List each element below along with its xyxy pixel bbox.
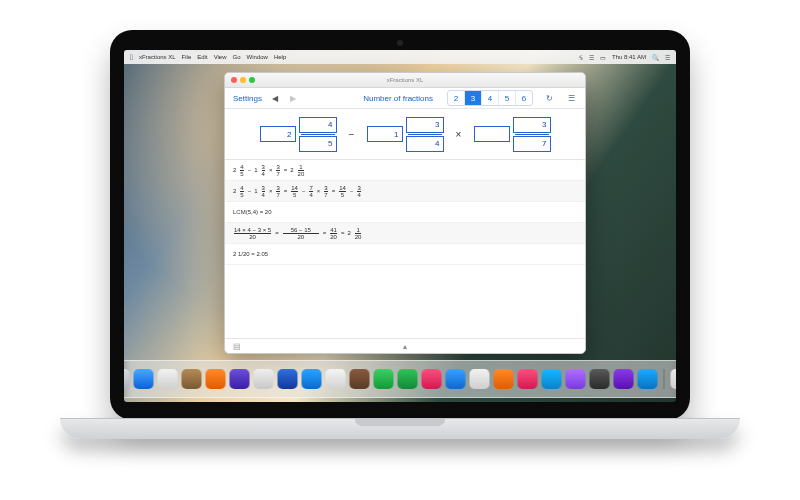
menubar-item[interactable]: File (182, 54, 192, 60)
menubar-item[interactable]: Go (233, 54, 241, 60)
dock-app-icon[interactable] (566, 369, 586, 389)
nav-forward-button[interactable]: ▶ (290, 94, 296, 103)
term2-numerator-input[interactable]: 3 (406, 117, 444, 133)
osx-menubar:  xFractions XL File Edit View Go Window… (124, 50, 676, 64)
step-row-decimal: 2 1/20 = 2.05 (225, 244, 585, 265)
window-footer: ▤ ▴ (225, 338, 585, 353)
dock-app-icon[interactable] (638, 369, 658, 389)
settings-button[interactable]: Settings (233, 94, 262, 103)
menubar-app-name[interactable]: xFractions XL (139, 54, 176, 60)
nof-option-5[interactable]: 5 (498, 91, 515, 105)
operator-2[interactable]: × (454, 129, 464, 140)
menubar-item[interactable]: Help (274, 54, 286, 60)
term3-whole-input[interactable] (474, 126, 510, 142)
toolbar: Settings ◀ ▶ Number of fractions 2 3 4 5… (225, 88, 585, 109)
term2-whole-input[interactable]: 1 (367, 126, 403, 142)
notification-icon[interactable]: ☰ (665, 54, 670, 61)
work-area: 245 − 134 × 37 = 2120 245 − 134 × 37 (225, 160, 585, 338)
menubar-item[interactable]: Edit (197, 54, 207, 60)
dock-app-icon[interactable] (230, 369, 250, 389)
dock-app-icon[interactable] (671, 369, 677, 389)
term3-denominator-input[interactable]: 7 (513, 136, 551, 152)
dock-app-icon[interactable] (542, 369, 562, 389)
dock-app-icon[interactable] (254, 369, 274, 389)
lcm-text: LCM(5,4) = 20 (233, 209, 272, 215)
number-of-fractions-label: Number of fractions (363, 94, 433, 103)
refresh-icon[interactable]: ↻ (543, 92, 555, 104)
fraction-bar (515, 134, 549, 135)
dock-app-icon[interactable] (182, 369, 202, 389)
window-title: xFractions XL (225, 77, 585, 83)
dock-app-icon[interactable] (374, 369, 394, 389)
laptop-frame:  xFractions XL File Edit View Go Window… (110, 30, 690, 420)
number-of-fractions-segmented: 2 3 4 5 6 (447, 90, 533, 106)
menubar-item[interactable]: Window (247, 54, 268, 60)
dock-app-icon[interactable] (470, 369, 490, 389)
nof-option-4[interactable]: 4 (481, 91, 498, 105)
laptop-base (60, 418, 740, 439)
term1-whole-input[interactable]: 2 (260, 126, 296, 142)
dock-app-icon[interactable] (614, 369, 634, 389)
dock (124, 360, 676, 398)
nof-option-6[interactable]: 6 (515, 91, 532, 105)
fraction-bar (301, 134, 335, 135)
term-1: 2 4 5 (260, 117, 337, 152)
term1-denominator-input[interactable]: 5 (299, 136, 337, 152)
nav-back-button[interactable]: ◀ (272, 94, 278, 103)
term2-denominator-input[interactable]: 4 (406, 136, 444, 152)
nof-option-2[interactable]: 2 (448, 91, 464, 105)
apple-menu-icon[interactable]:  (130, 53, 133, 62)
dock-app-icon[interactable] (206, 369, 226, 389)
dock-app-icon[interactable] (518, 369, 538, 389)
dock-app-icon[interactable] (302, 369, 322, 389)
dock-app-icon[interactable] (134, 369, 154, 389)
step-row-3: 14 × 4 − 3 × 520 = 56 − 1520 = 4120 = 21… (225, 223, 585, 244)
dock-app-icon[interactable] (350, 369, 370, 389)
dock-app-icon[interactable] (124, 369, 130, 389)
dock-app-icon[interactable] (494, 369, 514, 389)
wifi-icon[interactable]: ☰ (589, 54, 594, 61)
battery-icon[interactable]: ▭ (600, 54, 606, 61)
term3-numerator-input[interactable]: 3 (513, 117, 551, 133)
step-row-lcm: LCM(5,4) = 20 (225, 202, 585, 223)
laptop-screen:  xFractions XL File Edit View Go Window… (124, 50, 676, 402)
fraction-input-row: 2 4 5 − 1 3 4 (225, 109, 585, 160)
dock-app-icon[interactable] (590, 369, 610, 389)
footer-expand-handle[interactable]: ▴ (403, 342, 407, 351)
dock-app-icon[interactable] (398, 369, 418, 389)
desktop: xFractions XL Settings ◀ ▶ Number of fra… (124, 64, 676, 402)
step-row-2: 245 − 134 × 37 = 145 − 74 × 37 = 145 − (225, 181, 585, 202)
list-icon[interactable]: ☰ (565, 92, 577, 104)
spotlight-icon[interactable]: 🔍 (652, 54, 659, 61)
dock-app-icon[interactable] (278, 369, 298, 389)
footer-doc-icon[interactable]: ▤ (233, 342, 241, 351)
fraction-bar (408, 134, 442, 135)
nof-option-3[interactable]: 3 (464, 91, 481, 105)
term-3: 3 7 (474, 117, 551, 152)
decimal-result: 2 1/20 = 2.05 (233, 251, 268, 257)
menubar-clock[interactable]: Thu 8:41 AM (612, 54, 646, 60)
dock-app-icon[interactable] (422, 369, 442, 389)
term1-numerator-input[interactable]: 4 (299, 117, 337, 133)
dock-app-icon[interactable] (446, 369, 466, 389)
term-2: 1 3 4 (367, 117, 444, 152)
window-titlebar[interactable]: xFractions XL (225, 73, 585, 88)
menubar-item[interactable]: View (214, 54, 227, 60)
step-row-1: 245 − 134 × 37 = 2120 (225, 160, 585, 181)
operator-1[interactable]: − (347, 129, 357, 140)
dock-app-icon[interactable] (326, 369, 346, 389)
app-window: xFractions XL Settings ◀ ▶ Number of fra… (224, 72, 586, 354)
bluetooth-icon[interactable]: 𝕊 (579, 54, 583, 61)
dock-app-icon[interactable] (158, 369, 178, 389)
